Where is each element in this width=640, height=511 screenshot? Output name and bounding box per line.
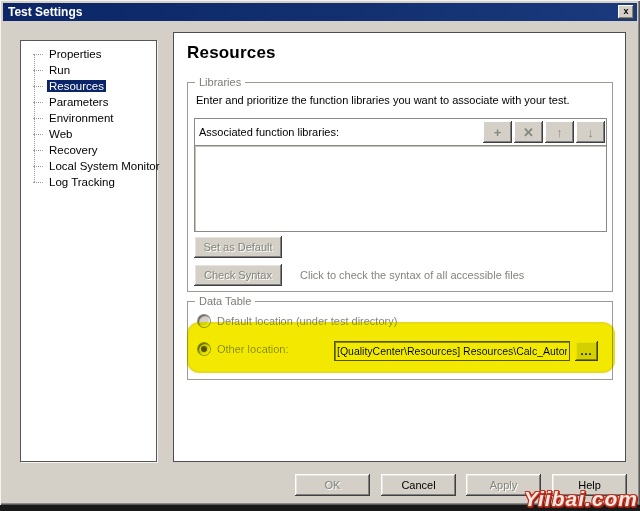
settings-tree-panel: Properties Run Resources Parameters Envi… (20, 40, 157, 462)
move-up-button[interactable]: ↑ (545, 121, 574, 143)
delete-library-button[interactable]: ✕ (514, 121, 543, 143)
delete-icon: ✕ (523, 125, 534, 140)
data-table-legend: Data Table (195, 295, 255, 308)
test-settings-dialog: Test Settings x Properties Run Resources… (0, 0, 640, 505)
tree-connector (33, 182, 43, 183)
tree-connector (33, 70, 43, 71)
ok-button[interactable]: OK (295, 474, 370, 496)
cancel-button[interactable]: Cancel (381, 474, 456, 496)
tree-connector (33, 118, 43, 119)
function-libraries-header: Associated function libraries: + ✕ ↑ ↓ (195, 119, 606, 145)
tree-connector (33, 102, 43, 103)
apply-button[interactable]: Apply (466, 474, 541, 496)
tree-connector (33, 150, 43, 151)
help-button[interactable]: Help (552, 474, 627, 496)
check-syntax-hint: Click to check the syntax of all accessi… (300, 269, 524, 281)
resources-page-panel: Resources Libraries Enter and prioritize… (173, 32, 626, 462)
close-icon: x (623, 6, 628, 16)
data-table-groupbox: Data Table Default location (under test … (187, 301, 613, 380)
associated-libraries-list[interactable] (195, 145, 606, 231)
libraries-legend: Libraries (195, 76, 245, 89)
associated-libraries-label: Associated function libraries: (199, 126, 339, 138)
other-location-input[interactable] (334, 341, 570, 361)
title-bar: Test Settings x (3, 3, 637, 21)
other-location-label: Other location: (217, 343, 289, 355)
plus-icon: + (494, 125, 502, 140)
default-location-option[interactable]: Default location (under test directory) (198, 315, 397, 327)
libraries-description: Enter and prioritize the function librar… (196, 94, 570, 106)
browse-button[interactable]: ... (575, 341, 598, 361)
set-as-default-button[interactable]: Set as Default (194, 236, 282, 258)
tree-item-properties[interactable]: Properties (21, 46, 156, 62)
tree-item-run[interactable]: Run (21, 62, 156, 78)
close-button[interactable]: x (618, 5, 634, 19)
tree-item-resources[interactable]: Resources (21, 78, 156, 94)
tree-connector (33, 134, 43, 135)
tree-connector (33, 54, 43, 55)
arrow-down-icon: ↓ (587, 125, 594, 140)
tree-connector (33, 86, 43, 87)
function-libraries-box: Associated function libraries: + ✕ ↑ ↓ (194, 118, 607, 232)
page-title: Resources (187, 43, 276, 63)
tree-item-environment[interactable]: Environment (21, 110, 156, 126)
window-title: Test Settings (8, 5, 82, 19)
tree-item-log-tracking[interactable]: Log Tracking (21, 174, 156, 190)
tree-item-parameters[interactable]: Parameters (21, 94, 156, 110)
arrow-up-icon: ↑ (556, 125, 563, 140)
tree-item-local-system-monitor[interactable]: Local System Monitor (21, 158, 156, 174)
radio-checked-icon[interactable] (198, 343, 210, 355)
move-down-button[interactable]: ↓ (576, 121, 605, 143)
default-location-label: Default location (under test directory) (217, 315, 397, 327)
libraries-groupbox: Libraries Enter and prioritize the funct… (187, 82, 613, 292)
other-location-option[interactable]: Other location: (198, 343, 289, 355)
tree-item-recovery[interactable]: Recovery (21, 142, 156, 158)
tree-item-web[interactable]: Web (21, 126, 156, 142)
screenshot-bottom-edge (0, 505, 640, 511)
add-library-button[interactable]: + (483, 121, 512, 143)
check-syntax-button[interactable]: Check Syntax (194, 264, 282, 286)
tree-connector (33, 166, 43, 167)
radio-unchecked-icon[interactable] (198, 315, 210, 327)
libraries-toolbar: + ✕ ↑ ↓ (483, 121, 606, 143)
